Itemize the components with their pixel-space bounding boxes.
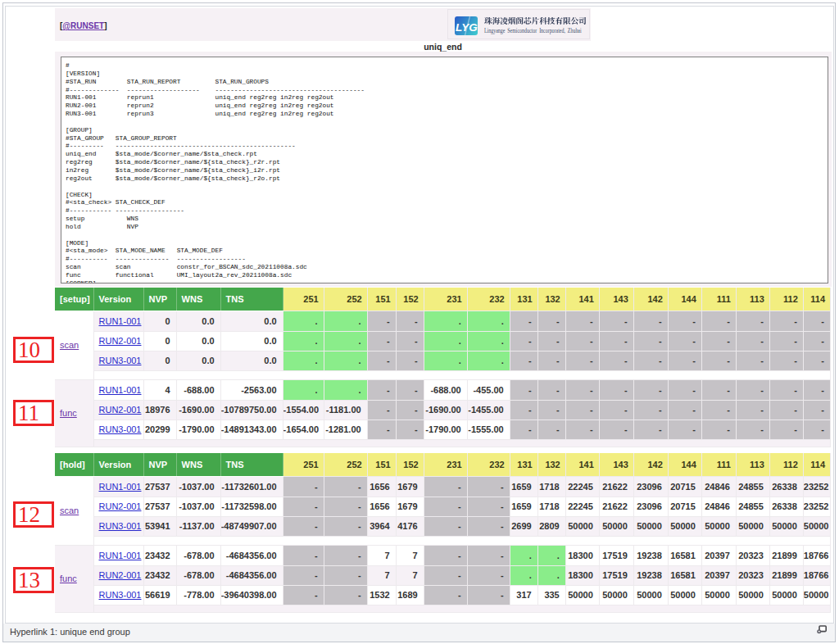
svg-text:LYG: LYG xyxy=(456,21,478,34)
